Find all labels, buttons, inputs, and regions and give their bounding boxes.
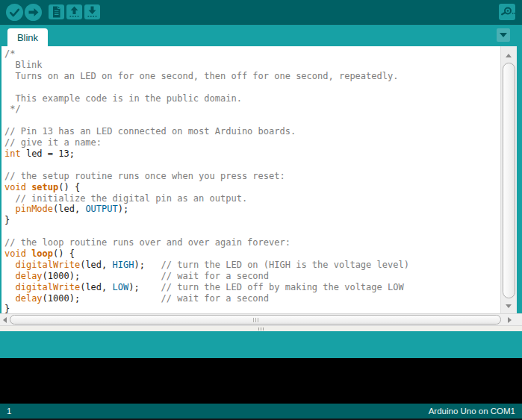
vertical-scrollbar-thumb[interactable]: [503, 63, 515, 298]
upload-icon: [25, 4, 42, 21]
tab-blink[interactable]: Blink: [7, 28, 48, 46]
console-splitter[interactable]: [0, 326, 522, 331]
code-line: This example code is in the public domai…: [4, 93, 500, 104]
tab-menu-button[interactable]: [497, 28, 510, 42]
code-line: [4, 226, 500, 237]
code-line: delay(1000); // wait for a second: [4, 271, 500, 282]
console-output[interactable]: [0, 358, 522, 404]
scroll-right-arrow[interactable]: [508, 317, 512, 323]
save-icon: [84, 4, 100, 19]
toolbar: [0, 0, 522, 25]
save-button[interactable]: [84, 4, 100, 19]
code-line: int led = 13;: [4, 148, 500, 160]
code-line: /*: [4, 48, 500, 60]
open-icon: [66, 4, 82, 19]
code-line: delay(1000); // wait for a second: [4, 293, 500, 304]
upload-button[interactable]: [25, 4, 42, 21]
serial-monitor-icon: [499, 4, 515, 20]
editor-region: /* Blink Turns on an LED on for one seco…: [0, 46, 522, 313]
verify-icon: [6, 4, 23, 21]
tab-bar: Blink: [0, 25, 522, 46]
splitter-grip: [258, 327, 264, 330]
code-line: Turns on an LED on for one second, then …: [4, 71, 500, 82]
code-line: [4, 115, 500, 126]
horizontal-scrollbar-thumb[interactable]: [10, 315, 501, 325]
code-line: void loop() {: [4, 248, 500, 260]
code-line: // the setup routine runs once when you …: [4, 171, 500, 182]
arduino-ide-window: Blink /* Blink Turns on an LED on for on…: [0, 0, 522, 420]
code-line: digitalWrite(led, HIGH); // turn the LED…: [4, 260, 500, 271]
verify-button[interactable]: [6, 4, 23, 21]
chevron-down-icon: [500, 33, 507, 37]
vertical-scrollbar[interactable]: [500, 46, 517, 313]
code-line: // give it a name:: [4, 137, 500, 148]
new-sketch-icon: [49, 4, 64, 19]
code-line: }: [4, 304, 500, 313]
new-sketch-button[interactable]: [49, 4, 64, 19]
code-line: // Pin 13 has an LED connected on most A…: [4, 126, 500, 137]
code-line: Blink: [4, 60, 500, 71]
board-port-status: Arduino Uno on COM1: [429, 407, 515, 416]
tab-label: Blink: [17, 32, 38, 43]
scroll-down-arrow[interactable]: [506, 304, 512, 308]
horizontal-scrollbar[interactable]: [0, 313, 522, 326]
scroll-up-arrow[interactable]: [506, 54, 512, 57]
line-number-indicator: 1: [7, 407, 11, 416]
code-line: }: [4, 215, 500, 226]
code-line: // the loop routine runs over and over a…: [4, 237, 500, 248]
status-message-strip: [0, 331, 522, 358]
scroll-left-arrow[interactable]: [3, 317, 7, 323]
code-line: */: [4, 104, 500, 115]
code-line: pinMode(led, OUTPUT);: [4, 204, 500, 215]
code-line: digitalWrite(led, LOW); // turn the LED …: [4, 282, 500, 293]
footer-status-bar: 1 Arduino Uno on COM1: [0, 404, 522, 419]
open-button[interactable]: [66, 4, 82, 19]
scrollbar-grip: [253, 318, 258, 322]
code-line: // initialize the digital pin as an outp…: [4, 193, 500, 204]
code-line: [4, 82, 500, 93]
code-area[interactable]: /* Blink Turns on an LED on for one seco…: [1, 46, 500, 313]
code-line: void setup() {: [4, 182, 500, 193]
serial-monitor-button[interactable]: [499, 4, 515, 20]
code-line: [4, 160, 500, 171]
